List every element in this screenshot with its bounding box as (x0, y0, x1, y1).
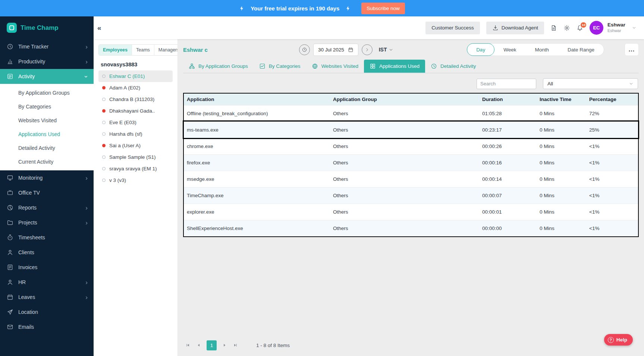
table-cell: Others (330, 209, 479, 215)
panel-tab-teams[interactable]: Teams (132, 45, 154, 55)
table-row[interactable]: chrome.exeOthers00:00:260 Mins<1% (184, 138, 638, 154)
submenu-item-detailed-activity[interactable]: Detailed Activity (0, 141, 94, 155)
more-options-button[interactable]: ... (625, 43, 639, 56)
sidebar-item-clients[interactable]: Clients (0, 245, 94, 260)
sidebar-item-emails[interactable]: Emails (0, 319, 94, 334)
card-icon (7, 264, 13, 271)
table-row[interactable]: TimeChamp.exeOthers00:00:070 Mins<1% (184, 187, 638, 204)
notifications-bell[interactable]: 10 (577, 25, 583, 31)
activity-submenu: By Application GroupsBy CategoriesWebsit… (0, 84, 94, 170)
column-header-inactive-time[interactable]: Inactive Time (537, 97, 586, 102)
sidebar-item-hr[interactable]: HR› (0, 275, 94, 290)
sidebar-item-activity[interactable]: Activity› (0, 69, 94, 84)
panel-tab-managers[interactable]: Managers (154, 45, 178, 55)
chevron-right-icon: › (85, 59, 88, 65)
column-header-application-group[interactable]: Application Group (330, 97, 479, 102)
subscribe-button[interactable]: Subscribe now (361, 3, 405, 14)
view-week[interactable]: Week (494, 43, 525, 56)
employee-item[interactable]: Sample Sample (S1) (98, 151, 173, 163)
panel-tab-employees[interactable]: Employees (99, 45, 132, 55)
chevron-down-icon: › (84, 75, 90, 78)
settings-gear-icon[interactable] (563, 25, 570, 31)
employee-item[interactable]: Adam A (E02) (98, 82, 173, 94)
page-number[interactable]: 1 (207, 340, 217, 350)
sidebar-item-reports[interactable]: Reports› (0, 200, 94, 215)
table-cell: TimeChamp.exe (184, 193, 330, 198)
tab-applications-used[interactable]: Applications Used (364, 60, 425, 73)
table-cell: Others (330, 193, 479, 198)
submenu-item-websites-visited[interactable]: Websites Visited (0, 113, 94, 127)
table-row[interactable]: firefox.exeOthers00:00:160 Mins<1% (184, 154, 638, 171)
sidebar-item-leaves[interactable]: Leaves› (0, 290, 94, 305)
sidebar-item-location[interactable]: Location (0, 305, 94, 319)
previous-day-button[interactable] (299, 44, 310, 55)
view-day[interactable]: Day (467, 43, 494, 56)
sidebar-item-label: Office TV (18, 190, 40, 196)
first-page-icon (186, 343, 190, 347)
table-cell: 00:00:26 (479, 144, 537, 149)
view-month[interactable]: Month (525, 43, 558, 56)
submenu-item-by-categories[interactable]: By Categories (0, 100, 94, 113)
column-header-application[interactable]: Application (184, 97, 330, 102)
table-row[interactable]: explorer.exeOthers00:00:010 Mins<1% (184, 204, 638, 220)
timezone-selector[interactable]: IST (379, 47, 394, 53)
employee-item[interactable]: Dhakshayani Gada.. (98, 105, 173, 117)
sidebar-item-time-tracker[interactable]: Time Tracker› (0, 39, 94, 54)
employee-item[interactable]: Chandra B (311203) (98, 94, 173, 105)
customer-success-button[interactable]: Customer Success (425, 22, 480, 34)
submenu-item-by-application-groups[interactable]: By Application Groups (0, 86, 94, 100)
sidebar-item-office-tv[interactable]: Office TV (0, 185, 94, 200)
status-dot-red (102, 86, 106, 89)
view-date-range[interactable]: Date Range (558, 43, 604, 56)
table-cell: 00:00:14 (479, 176, 537, 182)
employee-panel-tabs: EmployeesTeamsManagers (98, 44, 178, 56)
submenu-item-applications-used[interactable]: Applications Used (0, 127, 94, 141)
date-picker[interactable]: 30 Jul 2025 (313, 44, 358, 56)
table-row[interactable]: Offline (testing_break_configuration)Oth… (184, 105, 638, 122)
tab-by-categories[interactable]: By Categories (254, 60, 306, 73)
table-row[interactable]: msedge.exeOthers00:00:140 Mins<1% (184, 171, 638, 187)
employee-item[interactable]: v 3 (v3) (98, 174, 173, 186)
chevron-right-icon: › (85, 279, 88, 286)
last-page-button[interactable] (231, 341, 239, 349)
sidebar-item-timesheets[interactable]: Timesheets (0, 230, 94, 245)
employee-item[interactable]: Harsha dfs (sf) (98, 128, 173, 140)
first-page-button[interactable] (184, 341, 192, 349)
previous-page-button[interactable] (195, 341, 203, 349)
employee-item[interactable]: Eshwar C (E01) (98, 70, 173, 82)
column-header-duration[interactable]: Duration (479, 97, 537, 102)
globe-icon (312, 63, 318, 69)
sidebar-item-monitoring[interactable]: Monitoring› (0, 170, 94, 185)
avatar[interactable]: EC (590, 21, 603, 35)
help-button[interactable]: ? Help (604, 334, 633, 346)
next-page-button[interactable] (220, 341, 229, 349)
document-icon[interactable] (550, 25, 557, 31)
table-row[interactable]: ms-teams.exeOthers00:23:170 Mins25% (184, 122, 638, 138)
column-header-percentage[interactable]: Percentage (586, 97, 638, 102)
user-menu-chevron-icon[interactable] (632, 25, 637, 30)
employee-item[interactable]: Sai a (User A) (98, 140, 173, 151)
table-row[interactable]: ShellExperienceHost.exeOthers00:00:000 M… (184, 220, 638, 236)
sidebar-item-label: Monitoring (18, 175, 43, 181)
table-cell: 00:23:17 (479, 127, 537, 133)
employee-item[interactable]: sravya sravya (EM 1) (98, 163, 173, 174)
table-cell: 00:00:07 (479, 193, 537, 198)
tab-websites-visited[interactable]: Websites Visited (306, 60, 364, 73)
next-day-button[interactable] (362, 44, 373, 55)
filter-dropdown[interactable]: All (543, 78, 638, 89)
table-cell: <1% (586, 226, 638, 231)
sidebar-item-label: Invoices (18, 264, 37, 270)
submenu-item-current-activity[interactable]: Current Activity (0, 155, 94, 168)
tab-by-application-groups[interactable]: By Application Groups (183, 60, 254, 73)
download-agent-button[interactable]: Download Agent (486, 22, 544, 34)
pagination-summary: 1 - 8 of 8 Items (256, 343, 290, 348)
search-input[interactable] (477, 79, 536, 89)
sidebar-item-productivity[interactable]: Productivity› (0, 54, 94, 69)
clock-icon (431, 63, 437, 69)
sidebar-item-invoices[interactable]: Invoices (0, 260, 94, 275)
tab-detailed-activity[interactable]: Detailed Activity (425, 60, 481, 73)
employee-item[interactable]: Eve E (E03) (98, 117, 173, 128)
activity-icon (7, 73, 13, 80)
collapse-sidebar-icon[interactable]: « (97, 24, 101, 32)
sidebar-item-projects[interactable]: Projects› (0, 215, 94, 230)
